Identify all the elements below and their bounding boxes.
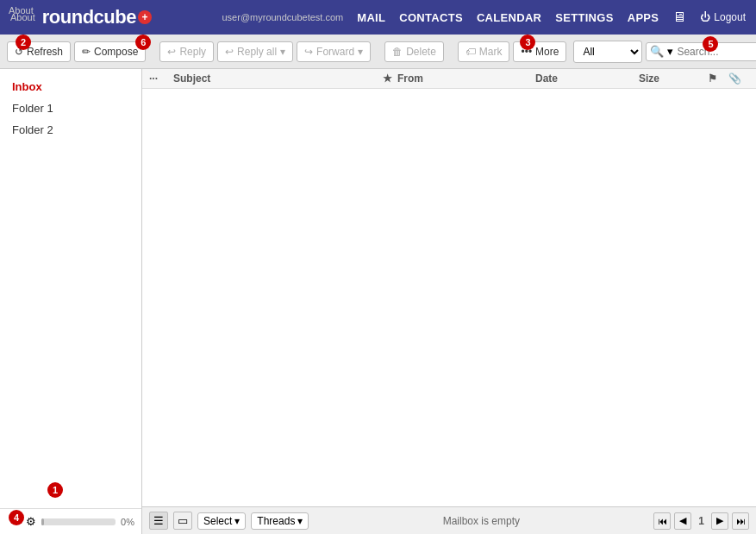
pagination: ⏮ ◀ 1 ▶ ⏭ (653, 512, 749, 530)
mailbox-status: Mailbox is empty (314, 515, 648, 527)
page-number: 1 (695, 515, 708, 527)
sidebar: Inbox Folder 1 Folder 2 1 4 ⚙ 0% (0, 69, 142, 534)
logo-text: roundcube (42, 6, 136, 28)
refresh-btn-container: 2 ↺ Refresh (7, 41, 71, 62)
trash-icon: 🗑 (392, 46, 403, 58)
bottom-bar: ☰ ▭ Select ▾ Threads ▾ Mailbox is empty … (142, 506, 756, 534)
forward-icon: ↪ (304, 46, 313, 58)
more-btn-container: 3 ••• More (513, 41, 566, 62)
mark-button[interactable]: 🏷 Mark (458, 41, 510, 62)
inbox-label: Inbox (12, 80, 42, 93)
badge-3: 3 (520, 35, 535, 50)
nav-apps[interactable]: APPS (628, 11, 659, 24)
compose-btn-container: 6 ✏ Compose (74, 41, 146, 62)
page-prev-button[interactable]: ◀ (674, 512, 691, 530)
reply-label: Reply (179, 46, 206, 58)
folder-inbox[interactable]: Inbox (0, 76, 141, 97)
badge-2: 2 (16, 35, 31, 50)
threads-dropdown-button[interactable]: Threads ▾ (251, 512, 309, 530)
folder-1[interactable]: Folder 1 (0, 97, 141, 119)
storage-bar (41, 518, 44, 525)
badge-4: 4 (9, 510, 24, 525)
reply-all-button[interactable]: ↩ Reply all ▾ (217, 41, 293, 62)
message-list-header: ··· Subject ★ From Date Size ⚑ 📎 (142, 69, 756, 89)
folder-list: Inbox Folder 1 Folder 2 (0, 69, 141, 508)
nav-mail[interactable]: MAIL (357, 11, 385, 24)
col-attach-header: 📎 (728, 72, 749, 85)
search-box: 🔍 ▾ 5 ✕ (646, 42, 756, 61)
reply-icon: ↩ (167, 46, 176, 58)
col-dots: ··· (149, 72, 173, 85)
filter-select[interactable]: All Unread Flagged (573, 41, 642, 63)
col-flag-header: ⚑ (708, 72, 728, 85)
nav-links: MAIL CONTACTS CALENDAR SETTINGS APPS (357, 11, 659, 24)
col-from-header[interactable]: From (397, 72, 535, 85)
top-bar: About roundcube + user@myroundcubetest.c… (0, 0, 756, 35)
search-dropdown-icon[interactable]: ▾ (667, 45, 673, 58)
tag-icon: 🏷 (465, 46, 476, 58)
select-dropdown-button[interactable]: Select ▾ (197, 512, 246, 530)
message-list-body (142, 89, 756, 506)
message-area: ··· Subject ★ From Date Size ⚑ 📎 ☰ ▭ Sel… (142, 69, 756, 534)
badge-1: 1 (47, 482, 63, 498)
nav-settings[interactable]: SETTINGS (555, 11, 613, 24)
folder-1-label: Folder 1 (12, 102, 53, 115)
forward-dropdown-icon: ▾ (358, 46, 363, 58)
page-next-button[interactable]: ▶ (711, 512, 728, 530)
refresh-label: Refresh (27, 46, 63, 58)
select-label: Select (203, 515, 232, 527)
folder-2-label: Folder 2 (12, 123, 53, 136)
select-dropdown-icon: ▾ (234, 515, 240, 527)
page-first-button[interactable]: ⏮ (653, 512, 671, 530)
storage-bar-container (41, 518, 116, 525)
page-last-button[interactable]: ⏭ (732, 512, 749, 530)
about-text[interactable]: About (9, 5, 34, 16)
logout-button[interactable]: ⏻ Logout (700, 11, 746, 23)
more-label: More (535, 46, 559, 58)
forward-label: Forward (316, 46, 354, 58)
threads-dropdown-icon: ▾ (297, 515, 303, 527)
logout-label: Logout (714, 11, 746, 23)
power-icon: ⏻ (700, 11, 710, 23)
list-view-button[interactable]: ☰ (149, 512, 168, 530)
delete-button[interactable]: 🗑 Delete (384, 41, 444, 62)
col-star-header: ★ (377, 72, 397, 85)
nav-calendar[interactable]: CALENDAR (477, 11, 541, 24)
storage-percent: 0% (121, 517, 134, 527)
col-size-header[interactable]: Size (639, 72, 708, 85)
logo-plus: + (138, 10, 152, 24)
folder-2[interactable]: Folder 2 (0, 119, 141, 141)
nav-contacts[interactable]: CONTACTS (399, 11, 463, 24)
preview-view-button[interactable]: ▭ (173, 512, 192, 530)
col-subject-header[interactable]: Subject (173, 72, 377, 85)
mark-label: Mark (479, 46, 503, 58)
top-bar-right: user@myroundcubetest.com MAIL CONTACTS C… (222, 9, 746, 25)
toolbar: 2 ↺ Refresh 6 ✏ Compose ↩ Reply ↩ Reply … (0, 35, 756, 69)
forward-button[interactable]: ↪ Forward ▾ (297, 41, 371, 62)
logo: roundcube + (42, 6, 152, 28)
threads-label: Threads (257, 515, 295, 527)
monitor-icon[interactable]: 🖥 (672, 9, 686, 25)
reply-all-dropdown-icon: ▾ (280, 46, 285, 58)
gear-icon[interactable]: ⚙ (26, 515, 36, 528)
delete-label: Delete (406, 46, 436, 58)
reply-all-label: Reply all (237, 46, 277, 58)
search-icon[interactable]: 🔍 (650, 45, 664, 58)
reply-button[interactable]: ↩ Reply (159, 41, 214, 62)
pencil-icon: ✏ (82, 46, 91, 58)
main-layout: Inbox Folder 1 Folder 2 1 4 ⚙ 0% ··· Sub… (0, 69, 756, 534)
reply-all-icon: ↩ (225, 46, 234, 58)
search-input-wrapper: 5 (677, 45, 756, 58)
col-date-header[interactable]: Date (535, 72, 639, 85)
badge-6: 6 (135, 35, 151, 50)
sidebar-footer: 4 ⚙ 0% (0, 508, 141, 534)
user-email: user@myroundcubetest.com (222, 12, 343, 22)
compose-label: Compose (94, 46, 138, 58)
